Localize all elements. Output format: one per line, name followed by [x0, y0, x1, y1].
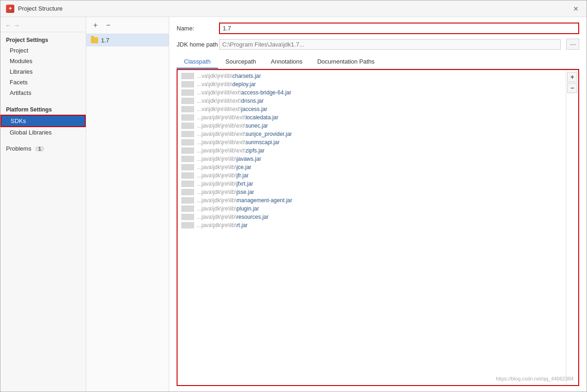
classpath-path: ...java\jdk\jre\lib\resources.jar — [197, 214, 268, 220]
name-label: Name: — [177, 25, 213, 32]
problems-section[interactable]: Problems 1 — [0, 141, 86, 156]
classpath-path: ...java\jdk\jre\lib\jfxrt.jar — [197, 181, 253, 187]
sidebar-item-sdks[interactable]: SDKs — [0, 115, 86, 127]
jar-icon — [181, 164, 194, 170]
add-sdk-button[interactable]: + — [90, 20, 101, 31]
sdk-list-panel: + − 1.7 — [86, 17, 169, 392]
classpath-path: ...va\jdk\jre\lib\ext\dnsns.jar — [197, 98, 264, 104]
tab-documentation[interactable]: Documentation Paths — [310, 55, 382, 69]
app-icon: ✦ — [6, 5, 14, 13]
classpath-path: ...java\jdk\jre\lib\plugin.jar — [197, 205, 259, 212]
jar-icon — [181, 181, 194, 187]
list-item: ...va\jdk\jre\lib\ext\jaccess.jar — [178, 105, 566, 113]
jar-icon — [181, 81, 194, 88]
classpath-path: ...java\jdk\jre\lib\jfr.jar — [197, 172, 249, 179]
list-item: ...java\jdk\jre\lib\plugin.jar — [178, 205, 566, 213]
classpath-path: ...java\jdk\jre\lib\ext\sunec.jar — [197, 123, 268, 129]
classpath-path: ...java\jdk\jre\lib\ext\sunjce_provider.… — [197, 131, 292, 137]
list-item: ...va\jdk\jre\lib\ext\dnsns.jar — [178, 97, 566, 105]
list-item: ...java\jdk\jre\lib\resources.jar — [178, 213, 566, 221]
classpath-side-buttons: + − — [566, 70, 578, 385]
list-item: ...java\jdk\jre\lib\jsse.jar — [178, 188, 566, 196]
classpath-path: ...java\jdk\jre\lib\ext\localedata.jar — [197, 114, 279, 121]
remove-classpath-button[interactable]: − — [567, 83, 577, 93]
back-arrow[interactable]: ← — [5, 22, 12, 29]
list-item: ...java\jdk\jre\lib\jfxrt.jar — [178, 180, 566, 188]
list-item: ...java\jdk\jre\lib\javaws.jar — [178, 155, 566, 163]
classpath-list[interactable]: ...va\jdk\jre\lib\charsets.jar ...va\jdk… — [178, 70, 566, 385]
content-area: ← → Project Settings Project Modules Lib… — [0, 17, 587, 392]
list-item: ...java\jdk\jre\lib\rt.jar — [178, 221, 566, 229]
jar-icon — [181, 147, 194, 154]
sdk-list-item[interactable]: 1.7 — [86, 34, 169, 47]
sidebar-item-global-libraries[interactable]: Global Libraries — [0, 127, 86, 138]
browse-icon: ⋯ — [570, 41, 576, 48]
list-item: ...java\jdk\jre\lib\ext\sunec.jar — [178, 122, 566, 130]
jar-icon — [181, 197, 194, 204]
jar-icon — [181, 189, 194, 195]
add-classpath-button[interactable]: + — [567, 72, 577, 82]
title-bar: ✦ Project Structure ✕ — [0, 0, 587, 17]
list-item: ...va\jdk\jre\lib\ext\access-bridge-64.j… — [178, 88, 566, 97]
classpath-path: ...java\jdk\jre\lib\ext\zipfs.jar — [197, 147, 265, 154]
tab-sourcepath[interactable]: Sourcepath — [218, 55, 264, 69]
platform-settings-header: Platform Settings — [0, 102, 86, 115]
list-item: ...java\jdk\jre\lib\ext\sunjce_provider.… — [178, 130, 566, 138]
jar-icon — [181, 123, 194, 129]
classpath-container: ...va\jdk\jre\lib\charsets.jar ...va\jdk… — [177, 69, 579, 386]
sidebar-item-modules[interactable]: Modules — [0, 56, 86, 66]
classpath-path: ...java\jdk\jre\lib\jsse.jar — [197, 189, 254, 195]
jar-icon — [181, 139, 194, 146]
sdk-folder-icon — [91, 37, 98, 43]
sdk-item-label: 1.7 — [101, 37, 109, 44]
tab-classpath[interactable]: Classpath — [177, 55, 218, 69]
title-bar-left: ✦ Project Structure — [6, 5, 63, 13]
jdk-label: JDK home path — [177, 41, 213, 48]
list-item: ...va\jdk\jre\lib\charsets.jar — [178, 72, 566, 80]
classpath-path: ...va\jdk\jre\lib\deploy.jar — [197, 81, 256, 88]
list-item: ...va\jdk\jre\lib\deploy.jar — [178, 80, 566, 88]
classpath-path: ...va\jdk\jre\lib\ext\jaccess.jar — [197, 106, 267, 112]
list-item: ...java\jdk\jre\lib\ext\localedata.jar — [178, 113, 566, 122]
close-button[interactable]: ✕ — [571, 4, 581, 14]
tab-annotations[interactable]: Annotations — [263, 55, 310, 69]
jdk-browse-button[interactable]: ⋯ — [566, 39, 579, 50]
sidebar-item-project[interactable]: Project — [0, 45, 86, 56]
nav-arrows: ← → — [0, 19, 86, 32]
jdk-row: JDK home path ⋯ — [177, 39, 579, 50]
sdk-toolbar: + − — [86, 17, 169, 34]
name-input[interactable] — [219, 23, 579, 34]
problems-badge: 1 — [35, 146, 44, 152]
problems-label: Problems — [6, 145, 31, 152]
jar-icon — [181, 114, 194, 121]
classpath-path: ...java\jdk\jre\lib\management-agent.jar — [197, 197, 292, 204]
classpath-path: ...va\jdk\jre\lib\charsets.jar — [197, 73, 261, 79]
list-item: ...java\jdk\jre\lib\jce.jar — [178, 163, 566, 171]
sidebar: ← → Project Settings Project Modules Lib… — [0, 17, 86, 392]
classpath-path: ...va\jdk\jre\lib\ext\access-bridge-64.j… — [197, 89, 291, 96]
right-panel: Name: JDK home path ⋯ Classpath Sourcepa… — [169, 17, 587, 392]
sidebar-item-artifacts[interactable]: Artifacts — [0, 88, 86, 98]
remove-sdk-button[interactable]: − — [103, 20, 114, 31]
list-item: ...java\jdk\jre\lib\ext\sunmscapi.jar — [178, 138, 566, 146]
classpath-path: ...java\jdk\jre\lib\ext\sunmscapi.jar — [197, 139, 279, 146]
classpath-path: ...java\jdk\jre\lib\javaws.jar — [197, 156, 261, 162]
sidebar-divider — [0, 98, 86, 102]
list-item: ...java\jdk\jre\lib\ext\zipfs.jar — [178, 146, 566, 155]
jar-icon — [181, 172, 194, 179]
jar-icon — [181, 214, 194, 220]
jar-icon — [181, 106, 194, 112]
jar-icon — [181, 73, 194, 79]
classpath-path: ...java\jdk\jre\lib\jce.jar — [197, 164, 251, 170]
forward-arrow[interactable]: → — [13, 22, 20, 29]
list-item: ...java\jdk\jre\lib\management-agent.jar — [178, 196, 566, 205]
project-settings-header: Project Settings — [0, 32, 86, 45]
jar-icon — [181, 222, 194, 228]
sidebar-item-libraries[interactable]: Libraries — [0, 66, 86, 77]
sidebar-item-facets[interactable]: Facets — [0, 77, 86, 88]
jdk-path-input[interactable] — [219, 39, 561, 50]
watermark: https://blog.csdn.net/qq_44062384 — [496, 376, 574, 381]
jar-icon — [181, 131, 194, 137]
project-structure-window: ✦ Project Structure ✕ ← → Project Settin… — [0, 0, 587, 392]
window-title: Project Structure — [18, 5, 63, 12]
